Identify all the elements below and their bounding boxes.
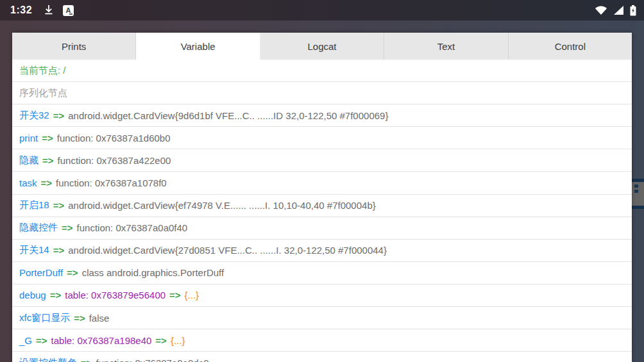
row-segment: function: 0x76387a1d60b0 xyxy=(57,133,171,144)
tab-logcat[interactable]: Logcat xyxy=(260,33,384,60)
row-segment: 开关32 xyxy=(19,110,49,122)
tab-bar: PrintsVariableLogcatTextControl xyxy=(12,33,632,60)
tab-label: Text xyxy=(437,41,455,52)
tab-label: Logcat xyxy=(307,41,336,52)
row-segment: android.widget.CardView{ef74978 V.E.....… xyxy=(68,200,376,211)
clock: 1:32 xyxy=(10,4,32,16)
row-segment: false xyxy=(89,313,110,324)
row-segment: => xyxy=(81,358,92,362)
variable-list: 当前节点: /序列化节点开关32=>android.widget.CardVie… xyxy=(12,60,632,362)
row-segment: task xyxy=(19,177,37,188)
row-segment: function: 0x76387a422e00 xyxy=(58,155,171,166)
row-segment: => xyxy=(36,335,47,346)
row-segment: function: 0x76387a0a0dc0 xyxy=(96,358,209,362)
tab-label: Variable xyxy=(181,41,216,52)
row-segment: => xyxy=(53,110,65,121)
row-segment: => xyxy=(67,267,78,278)
row-segment: 开关14 xyxy=(19,244,49,256)
row-segment: => xyxy=(62,222,73,233)
variable-row[interactable]: 设置控件颜色=>function: 0x76387a0a0dc0 xyxy=(12,352,632,362)
row-segment: 序列化节点 xyxy=(19,87,67,99)
variable-row[interactable]: 序列化节点 xyxy=(12,82,632,104)
row-segment: => xyxy=(42,133,53,144)
row-segment: 开启18 xyxy=(19,199,49,211)
row-segment: print xyxy=(19,133,38,144)
row-segment: _G xyxy=(19,335,32,346)
row-segment: class android.graphics.PorterDuff xyxy=(82,267,225,278)
variable-row[interactable]: 开启18=>android.widget.CardView{ef74978 V.… xyxy=(12,195,632,217)
letter-a-icon: A xyxy=(63,5,74,16)
row-segment: {...} xyxy=(171,335,185,346)
variable-row[interactable]: 当前节点: / xyxy=(12,60,632,82)
row-segment: => xyxy=(41,177,53,188)
battery-charging-icon xyxy=(630,5,636,16)
row-segment: function: 0x76387a0a0f40 xyxy=(77,222,188,233)
download-icon xyxy=(44,5,54,15)
variable-row[interactable]: 开关14=>android.widget.CardView{27d0851 VF… xyxy=(12,240,632,262)
row-segment: => xyxy=(53,245,65,256)
row-segment: xfc窗口显示 xyxy=(19,312,70,324)
row-segment: PorterDuff xyxy=(19,267,63,278)
tab-label: Prints xyxy=(62,41,86,52)
tab-label: Control xyxy=(555,41,586,52)
row-segment: table: 0x76387a198e40 xyxy=(51,335,152,346)
tab-control[interactable]: Control xyxy=(509,33,632,60)
variable-row[interactable]: 隐藏控件=>function: 0x76387a0a0f40 xyxy=(12,217,632,240)
row-segment: {...} xyxy=(185,290,199,300)
tab-text[interactable]: Text xyxy=(384,33,508,60)
variable-row[interactable]: debug=>table: 0x763879e56400=>{...} xyxy=(12,284,632,307)
android-screen: 1:32 A xyxy=(0,0,644,362)
row-segment: 设置控件颜色 xyxy=(19,357,77,362)
variable-row[interactable]: 隐藏=>function: 0x76387a422e00 xyxy=(12,149,632,172)
variable-row[interactable]: print=>function: 0x76387a1d60b0 xyxy=(12,127,632,149)
row-segment: debug xyxy=(19,290,46,300)
row-segment: => xyxy=(50,290,62,300)
wifi-icon xyxy=(595,5,607,15)
variable-row[interactable]: task=>function: 0x76387a1078f0 xyxy=(12,172,632,194)
background-window-edge xyxy=(632,179,644,209)
row-segment: table: 0x763879e56400 xyxy=(65,290,165,300)
variable-row[interactable]: PorterDuff=>class android.graphics.Porte… xyxy=(12,262,632,284)
row-segment: => xyxy=(155,335,167,346)
row-segment: => xyxy=(42,155,54,166)
variable-row[interactable]: xfc窗口显示=>false xyxy=(12,307,632,329)
debug-panel: PrintsVariableLogcatTextControl 当前节点: /序… xyxy=(12,33,632,362)
row-segment: function: 0x76387a1078f0 xyxy=(56,177,167,188)
row-segment: => xyxy=(169,290,181,300)
tab-variable[interactable]: Variable xyxy=(136,33,260,60)
variable-row[interactable]: _G=>table: 0x76387a198e40=>{...} xyxy=(12,329,632,352)
row-segment: => xyxy=(53,200,65,211)
variable-row[interactable]: 开关32=>android.widget.CardView{9d6d1bf VF… xyxy=(12,104,632,127)
status-bar: 1:32 A xyxy=(0,0,644,21)
row-segment: 隐藏 xyxy=(19,154,38,167)
tab-prints[interactable]: Prints xyxy=(12,33,136,60)
row-segment: 当前节点: / xyxy=(19,65,66,77)
row-segment: => xyxy=(74,313,85,324)
row-segment: android.widget.CardView{9d6d1bf VFE...C.… xyxy=(68,110,388,121)
row-segment: 隐藏控件 xyxy=(19,222,58,234)
cellular-signal-icon xyxy=(613,5,624,15)
row-segment: android.widget.CardView{27d0851 VFE...C.… xyxy=(68,245,387,256)
